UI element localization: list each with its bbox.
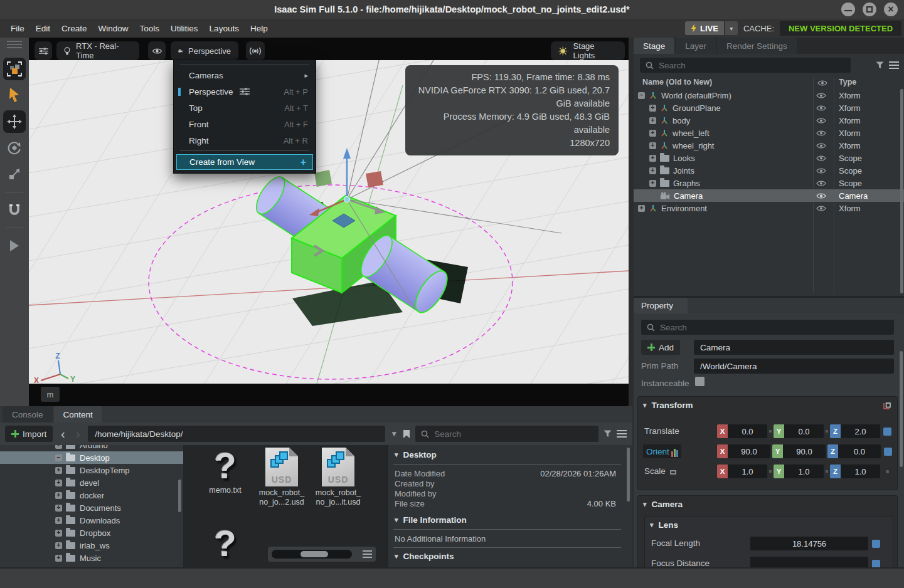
folder-row-docker[interactable]: docker bbox=[0, 489, 183, 501]
path-field[interactable]: /home/hijikata/Desktop/ bbox=[88, 426, 385, 442]
expand-icon[interactable] bbox=[649, 130, 656, 137]
menu-utilities[interactable]: Utilities bbox=[165, 24, 204, 33]
folder-row-downloads[interactable]: Downloads bbox=[0, 514, 183, 527]
orient-y-field[interactable]: 90.0 bbox=[783, 444, 826, 458]
menu-tools[interactable]: Tools bbox=[134, 24, 166, 33]
stage-search-input[interactable]: Search bbox=[640, 58, 851, 73]
instanceable-checkbox[interactable] bbox=[695, 377, 705, 386]
filter-icon[interactable] bbox=[604, 430, 612, 438]
folder-row-desktoptemp[interactable]: DesktopTemp bbox=[0, 464, 183, 476]
scale-x-field[interactable]: 1.0 bbox=[728, 465, 767, 478]
tab-render-settings[interactable]: Render Settings bbox=[717, 38, 797, 54]
toolbar-grip-icon[interactable] bbox=[7, 41, 22, 48]
visibility-column-icon[interactable] bbox=[817, 80, 827, 87]
snap-tool[interactable] bbox=[3, 199, 26, 221]
menu-item-perspective[interactable]: Perspective Alt + P bbox=[174, 83, 316, 100]
stage-lights-button[interactable]: Stage Lights bbox=[551, 41, 625, 60]
menu-item-create-from-view[interactable]: Create from View + bbox=[176, 154, 313, 170]
live-dropdown-button[interactable] bbox=[725, 21, 738, 35]
menu-item-top[interactable]: Top Alt + T bbox=[174, 100, 316, 116]
expand-icon[interactable] bbox=[55, 492, 62, 499]
units-chip[interactable]: m bbox=[41, 387, 60, 402]
menu-item-cameras[interactable]: Cameras bbox=[174, 67, 316, 83]
expand-icon[interactable] bbox=[55, 517, 62, 524]
folder-row-music[interactable]: Music bbox=[0, 552, 183, 564]
scale-link-icon[interactable] bbox=[670, 470, 676, 475]
folder-row-desktop[interactable]: Desktop bbox=[0, 451, 183, 464]
menu-create[interactable]: Create bbox=[56, 24, 93, 33]
tab-property[interactable]: Property bbox=[634, 298, 688, 313]
collapse-icon[interactable] bbox=[55, 454, 62, 461]
cursor-select-tool[interactable] bbox=[3, 84, 26, 107]
tab-console[interactable]: Console bbox=[3, 406, 53, 423]
renderer-button[interactable]: RTX - Real-Time bbox=[56, 41, 139, 60]
folder-row-irlab-ws[interactable]: irlab_ws bbox=[0, 539, 183, 552]
eye-icon[interactable] bbox=[816, 92, 826, 99]
play-button[interactable] bbox=[3, 234, 26, 257]
thumbnail-slider-handle[interactable] bbox=[300, 551, 328, 557]
stage-row-groundplane[interactable]: GroundPlane Xform bbox=[634, 102, 904, 114]
folder-tree-scrollbar[interactable] bbox=[178, 480, 181, 512]
list-view-toggle-icon[interactable] bbox=[363, 550, 372, 558]
folder-row-documents[interactable]: Documents bbox=[0, 501, 183, 514]
menu-edit[interactable]: Edit bbox=[30, 24, 56, 33]
file-item-partial[interactable] bbox=[198, 525, 253, 562]
value-default-indicator[interactable] bbox=[883, 428, 891, 436]
viewport[interactable]: Z X Y RTX - Real-Time bbox=[29, 38, 629, 406]
property-scrollbar[interactable] bbox=[900, 351, 903, 467]
prim-path-field[interactable]: /World/Camera bbox=[694, 359, 894, 374]
eye-icon[interactable] bbox=[816, 142, 826, 149]
menu-window[interactable]: Window bbox=[93, 24, 134, 33]
expand-icon[interactable] bbox=[649, 142, 656, 149]
expand-icon[interactable] bbox=[55, 445, 62, 449]
eye-icon[interactable] bbox=[816, 130, 826, 137]
minimize-button[interactable] bbox=[841, 3, 855, 16]
folder-row-devel[interactable]: devel bbox=[0, 476, 183, 489]
filter-icon[interactable] bbox=[876, 61, 884, 69]
close-button[interactable] bbox=[884, 3, 898, 16]
file-item-usd-2[interactable]: USD mock_robot_ no_jo...it.usd bbox=[311, 448, 366, 507]
add-property-button[interactable]: Add bbox=[641, 340, 680, 355]
eye-icon[interactable] bbox=[816, 192, 826, 199]
viewport-options-button[interactable] bbox=[35, 41, 52, 60]
stage-row-wheel-left[interactable]: wheel_left Xform bbox=[634, 127, 904, 139]
stage-row-world[interactable]: World (defaultPrim) Xform bbox=[634, 89, 904, 102]
physics-waypoint-button[interactable] bbox=[246, 41, 265, 60]
eye-icon[interactable] bbox=[816, 155, 826, 162]
expand-icon[interactable] bbox=[649, 117, 656, 124]
details-section-header[interactable]: Desktop bbox=[395, 450, 437, 459]
expand-icon[interactable] bbox=[649, 155, 656, 162]
expand-icon[interactable] bbox=[55, 467, 62, 474]
visibility-button[interactable] bbox=[148, 41, 166, 60]
translate-z-field[interactable]: 2.0 bbox=[841, 424, 880, 438]
path-dropdown-icon[interactable]: ▼ bbox=[390, 429, 398, 438]
stage-row-environment[interactable]: Environment Xform bbox=[634, 202, 904, 214]
stage-row-joints[interactable]: Joints Scope bbox=[634, 164, 904, 177]
tab-stage[interactable]: Stage bbox=[634, 38, 674, 54]
stage-row-body[interactable]: body Xform bbox=[634, 114, 904, 127]
orient-label-chip[interactable]: Orient bbox=[643, 444, 681, 458]
expand-icon[interactable] bbox=[649, 180, 656, 187]
eye-icon[interactable] bbox=[816, 205, 826, 212]
import-button[interactable]: Import bbox=[5, 426, 53, 442]
value-default-indicator[interactable] bbox=[886, 470, 889, 473]
stage-options-menu-icon[interactable] bbox=[889, 61, 899, 69]
collapse-icon[interactable] bbox=[638, 92, 645, 99]
selection-mode-button[interactable] bbox=[3, 58, 26, 80]
eye-icon[interactable] bbox=[816, 167, 826, 174]
property-search-input[interactable]: Search bbox=[641, 320, 894, 335]
menu-item-front[interactable]: Front Alt + F bbox=[174, 116, 316, 132]
camera-section-header[interactable]: Camera bbox=[638, 496, 897, 512]
file-information-header[interactable]: File Information bbox=[395, 515, 467, 525]
tab-content[interactable]: Content bbox=[54, 406, 102, 423]
stage-scrollbar[interactable] bbox=[900, 89, 903, 293]
value-default-indicator[interactable] bbox=[884, 448, 892, 456]
nav-back-button[interactable]: ‹ bbox=[58, 426, 68, 442]
stage-row-graphs[interactable]: Graphs Scope bbox=[634, 177, 904, 189]
stage-row-wheel-right[interactable]: wheel_right Xform bbox=[634, 139, 904, 152]
focus-distance-field[interactable] bbox=[750, 557, 868, 567]
prim-name-field[interactable]: Camera bbox=[694, 340, 894, 355]
value-default-indicator[interactable] bbox=[872, 560, 880, 568]
scale-z-field[interactable]: 1.0 bbox=[841, 465, 880, 478]
version-notice-box[interactable]: NEW VERSION DETECTED bbox=[780, 21, 901, 36]
